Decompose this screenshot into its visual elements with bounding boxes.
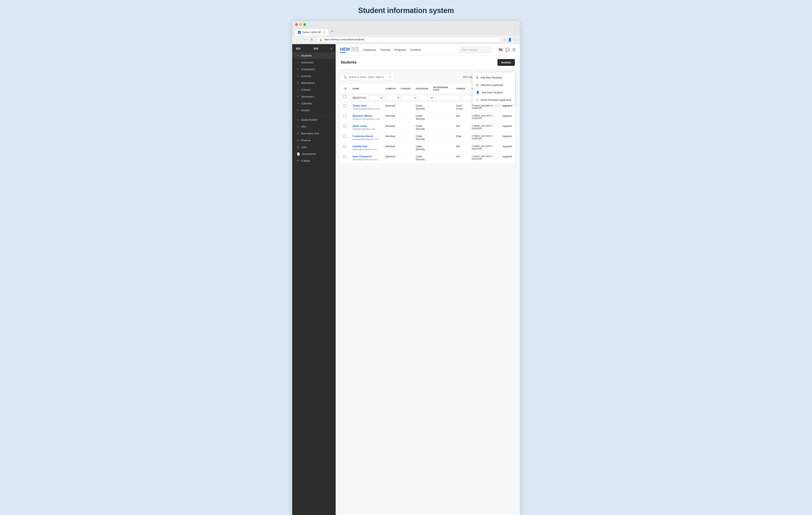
tab-close-button[interactable]: ✕ [323,31,325,34]
row-checkbox-cell[interactable] [341,153,350,163]
row-owner-cell: N/A [454,153,469,163]
row-checkbox-4[interactable] [343,145,346,148]
name-filter-dropdown[interactable] [368,95,383,101]
dropdown-add-booking[interactable]: ⊞ Add New Booking [473,74,515,81]
more-options-icon[interactable]: ⋮ [514,38,517,42]
row-withdrawn-date-cell [431,112,454,123]
row-status-cell: registere [500,133,515,143]
browser-tabs: H Demo | HEM-SP ✕ + [295,28,517,35]
row-checkbox-5[interactable] [343,155,346,158]
row-checkbox-cell[interactable] [341,112,350,123]
language-flag[interactable]: 🇺🇸 [499,48,503,52]
row-owner-cell: N/A [454,143,469,153]
row-checkbox-cell[interactable] [341,143,350,153]
bookmark-icon[interactable]: ☆ [503,38,506,42]
forward-button[interactable]: → [302,37,307,42]
program-filter-dropdown[interactable] [418,95,434,101]
row-program-cell: CyberSecurity [413,112,431,123]
row-withdrawn-date-cell [431,143,454,153]
find-contact-search[interactable]: Find a contact [459,47,492,53]
actions-button[interactable]: Actions [497,59,515,66]
row-checkbox-cell[interactable] [341,123,350,133]
dropdown-add-student[interactable]: 👤 Add New Student [473,89,515,96]
sidebar-item-lists[interactable]: ☰ Lists [292,144,336,151]
quote-builder-arrow: › [331,119,332,121]
sidebar-section-chevron: ▾ [331,47,332,50]
select-all-checkbox[interactable] [343,95,346,98]
student-name-link-4[interactable]: Isabelle Hale [352,145,380,148]
sidebar-item-attendance[interactable]: ✦ Attendance [292,80,336,86]
sidebar-item-recruiters[interactable]: ⊡ Recruiters Hub [292,130,336,137]
row-checkbox-cell[interactable] [341,133,350,143]
nav-courses[interactable]: Courses [380,48,390,52]
sidebar-item-vaa[interactable]: ✛ VAA › [292,123,336,130]
student-name-link-5[interactable]: Daria Fitzpatrick [352,155,380,158]
select-all-checkbox-cell[interactable] [341,93,350,102]
sidebar-item-finance[interactable]: ⊟ Finance › [292,137,336,144]
new-tab-button[interactable]: + [329,28,336,35]
student-name-link-1[interactable]: Benjamin Wilson [352,114,380,117]
search-clear-icon[interactable]: ✕ [389,75,391,79]
sidebar-item-calendar[interactable]: ✦ Calendar [292,100,336,107]
row-program-cell: CyberSecurity [413,153,431,163]
refresh-button[interactable]: ↻ [309,37,314,42]
dropdown-show-archived[interactable]: ⊡ Show Archived Applicants [473,96,515,104]
sidebar-item-documents[interactable]: 📄 Documents [292,151,336,157]
row-checkbox-3[interactable] [343,135,346,138]
calendar-icon: ✦ [297,102,299,105]
classrooms-icon: ✦ [297,68,299,71]
student-name-link-3[interactable]: Fredericka Beard [352,135,380,138]
sidebar-item-students[interactable]: ✦ Students [292,52,336,59]
row-name-cell: Tobias Ante Tobiasante@mailinator.com [350,102,383,112]
browser-tab-active[interactable]: H Demo | HEM-SP ✕ [295,29,328,35]
browser-actions: ☆ 👤 ⋮ [503,38,517,42]
address-input[interactable]: 🔒 https://hemsp.com/contacts/students [316,37,501,42]
row-checkbox-2[interactable] [343,125,346,128]
sidebar-item-quote-builder[interactable]: ◎ Quote Builder › [292,116,336,123]
sidebar-item-lessons[interactable]: ✦ Lessons [292,73,336,80]
row-campus-cell: Montreal [383,112,398,123]
withdrawn-date-column-header: WITHDRAWN DATE [431,84,454,93]
profile-icon[interactable]: 👤 [508,38,512,42]
student-name-link-2[interactable]: Dinah Jones [352,125,380,128]
chat-icon[interactable]: 💬 [505,48,510,52]
back-button[interactable]: ← [295,37,300,42]
sidebar-item-classrooms[interactable]: ✦ Classrooms [292,66,336,73]
student-search-input[interactable] [349,76,387,79]
close-window-button[interactable] [295,23,298,26]
sidebar-section-sis[interactable]: SIS SIS ▾ [292,44,336,52]
sidebar-item-label-grades: Grades [301,109,310,112]
nav-campuses[interactable]: Campuses [364,48,376,52]
program-column-header: PROGRAM [413,84,431,93]
table-row: Fredericka Beard jvkegiqot@mailinator.co… [341,133,515,143]
sidebar-item-cohorts[interactable]: ✦ Cohorts [292,86,336,93]
sidebar-item-grades[interactable]: ✦ Grades [292,107,336,114]
row-status-cell: registere [500,112,515,123]
row-cohort-cell: CYBER_SECURITY-01062025 [469,112,500,123]
sidebar-item-left-quote: ◎ Quote Builder [297,118,318,121]
sidebar-item-emails[interactable]: ✉ E-Mails [292,157,336,164]
logo-tagline: EDUCATIONMARKETINGSOLUTIONS [351,47,359,52]
browser-traffic-lights [295,23,517,26]
nav-programs[interactable]: Programs [395,48,406,52]
sidebar-item-left-vaa: ✛ VAA [297,125,306,128]
dropdown-add-applicant[interactable]: ⊞ Add New Applicant [473,81,515,89]
count-column-header: 0 [341,84,350,93]
row-checkbox-cell[interactable] [341,102,350,112]
row-program-cell: CyberSecurity [413,143,431,153]
sidebar-item-instructors[interactable]: ✦ Instructors [292,59,336,66]
campus-filter-dropdown[interactable] [385,95,400,101]
student-name-link-0[interactable]: Tobias Ante [352,104,380,107]
course-filter-dropdown[interactable] [402,95,417,101]
sidebar-item-label-students: Students [301,54,312,57]
row-checkbox-1[interactable] [343,114,346,117]
search-icon: 🔍 [344,76,347,79]
hamburger-menu-icon[interactable]: ☰ [512,48,516,52]
maximize-window-button[interactable] [303,23,306,26]
minimize-window-button[interactable] [299,23,302,26]
sidebar-item-semesters[interactable]: ✦ Semesters [292,93,336,100]
student-search-box[interactable]: 🔍 ✕ [341,74,395,81]
nav-contacts[interactable]: Contacts [410,48,421,52]
row-checkbox-0[interactable] [343,104,346,107]
withdrawn-date-filter[interactable] [435,95,460,101]
